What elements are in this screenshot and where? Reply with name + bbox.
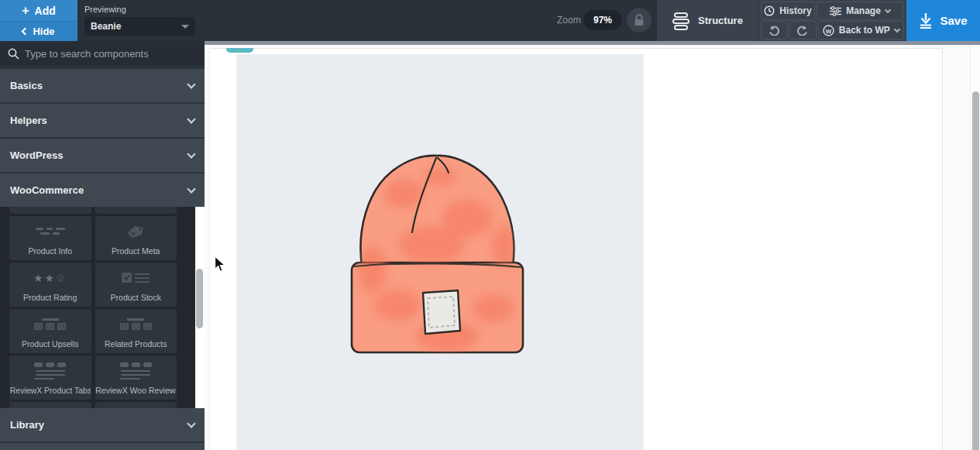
clock-icon [764, 5, 775, 16]
previewing-select[interactable]: Beanie [84, 17, 195, 36]
component-tile-product-upsells[interactable]: Product Upsells [9, 309, 91, 353]
redo-button[interactable] [789, 21, 817, 40]
search-input[interactable] [25, 48, 197, 60]
component-tile-partial[interactable] [9, 207, 91, 214]
canvas-scrollbar[interactable] [970, 45, 980, 450]
component-tile-partial[interactable] [9, 402, 91, 408]
canvas-scrollbar-thumb[interactable] [972, 91, 979, 450]
back-to-wp-button[interactable]: W Back to WP [818, 21, 904, 40]
section-label: WooCommerce [10, 184, 84, 196]
chevron-down-icon [187, 419, 195, 428]
svg-text:W: W [826, 27, 832, 34]
sidebar-scrollbar-thumb[interactable] [196, 269, 203, 328]
component-tile-product-stock[interactable]: Product Stock [95, 263, 177, 307]
tile-label: Product Info [28, 246, 72, 256]
stars-icon: ★★☆ [9, 263, 91, 293]
mouse-cursor [214, 256, 225, 273]
component-tile-product-meta[interactable]: Product Meta [95, 216, 177, 260]
history-button[interactable]: History [761, 2, 815, 20]
hide-button-label: Hide [33, 26, 54, 37]
previewing-label: Previewing [84, 5, 205, 14]
sidebar-section-library[interactable]: Library [0, 408, 205, 441]
add-button-label: Add [35, 5, 56, 17]
layers-icon [672, 12, 690, 30]
zoom-value-pill[interactable]: 97% [583, 10, 622, 30]
tabs-lines-icon [9, 356, 91, 386]
manage-icon [830, 6, 841, 16]
section-label: Basics [10, 80, 43, 91]
structure-button[interactable]: Structure [657, 0, 758, 41]
search-icon [8, 48, 19, 60]
products-grid-icon [95, 309, 177, 339]
tile-label: Product Rating [23, 293, 77, 302]
previewed-page[interactable] [209, 48, 943, 450]
products-grid-icon [9, 309, 91, 339]
chevron-down-icon [187, 184, 195, 193]
tile-label: ReviewX Product Tabs [10, 386, 91, 395]
component-tile-product-rating[interactable]: ★★☆ Product Rating [9, 263, 91, 307]
structure-label: Structure [698, 15, 743, 26]
chevron-down-icon [187, 80, 195, 88]
chevron-down-icon [187, 115, 195, 123]
add-button[interactable]: + Add [0, 0, 77, 21]
tag-icon [95, 216, 177, 246]
chevron-down-icon [885, 6, 891, 12]
component-tile-reviewx-woo-reviews[interactable]: ReviewX Woo Reviews [95, 356, 177, 400]
zoom-lock-button[interactable] [627, 8, 652, 33]
back-to-wp-label: Back to WP [839, 25, 890, 36]
sidebar-section-partial [0, 443, 205, 448]
beanie-illustration [349, 153, 530, 359]
tile-label: Related Products [105, 339, 167, 349]
save-download-icon [919, 13, 933, 29]
sidebar-section-helpers[interactable]: Helpers [0, 104, 205, 137]
undo-button[interactable] [761, 21, 788, 40]
component-tile-reviewx-product-tabs[interactable]: ReviewX Product Tabs [9, 356, 91, 400]
chevron-left-icon [22, 28, 29, 36]
manage-label: Manage [846, 5, 881, 16]
previewing-value: Beanie [91, 21, 121, 32]
zoom-label: Zoom [557, 15, 581, 26]
manage-button[interactable]: Manage [817, 2, 903, 20]
tile-label: ReviewX Woo Reviews [95, 386, 176, 395]
chevron-down-icon [187, 149, 195, 158]
product-image-block[interactable] [236, 54, 644, 450]
caret-down-icon [181, 25, 189, 29]
section-label: Library [10, 419, 44, 431]
tile-label: Product Meta [112, 246, 160, 256]
toolbar-right-controls: History Manage [758, 0, 906, 41]
undo-icon [768, 25, 780, 36]
add-hide-group: + Add Hide [0, 0, 77, 41]
redo-icon [796, 25, 809, 36]
sidebar-section-basics[interactable]: Basics [0, 69, 205, 102]
top-toolbar: + Add Hide Previewing Beanie Zoom 97% St… [0, 0, 980, 41]
lock-icon [634, 14, 645, 26]
tile-label: Product Stock [111, 293, 161, 302]
save-label: Save [940, 14, 967, 27]
tabs-lines-icon [95, 356, 177, 386]
text-lines-icon [9, 216, 91, 246]
canvas-top-strip [205, 41, 980, 45]
sidebar-section-wordpress[interactable]: WordPress [0, 139, 205, 172]
save-button[interactable]: Save [906, 0, 980, 41]
selected-element-badge[interactable] [226, 48, 253, 53]
chevron-down-icon [894, 26, 900, 32]
previewing-block: Previewing Beanie [77, 0, 205, 41]
component-tile-partial[interactable] [95, 207, 177, 214]
sidebar-scrollbar[interactable] [195, 207, 205, 408]
wordpress-icon: W [823, 25, 834, 36]
component-tile-partial[interactable] [95, 402, 177, 408]
tile-label: Product Upsells [22, 339, 79, 349]
sidebar-section-woocommerce[interactable]: WooCommerce [0, 173, 205, 207]
component-tile-product-info[interactable]: Product Info [9, 216, 91, 260]
zoom-value: 97% [593, 15, 612, 26]
component-search-bar [0, 41, 205, 66]
component-tile-related-products[interactable]: Related Products [95, 309, 177, 353]
section-label: Helpers [10, 115, 47, 126]
hide-button[interactable]: Hide [0, 21, 77, 41]
plus-icon: + [22, 5, 29, 17]
section-label: WordPress [10, 149, 63, 161]
woocommerce-components-grid: Product Info Product Meta ★★☆ Product Ra… [0, 207, 205, 408]
editor-canvas [205, 45, 980, 450]
history-label: History [779, 5, 811, 16]
components-sidebar: Basics Helpers WordPress WooCommerce [0, 41, 205, 450]
